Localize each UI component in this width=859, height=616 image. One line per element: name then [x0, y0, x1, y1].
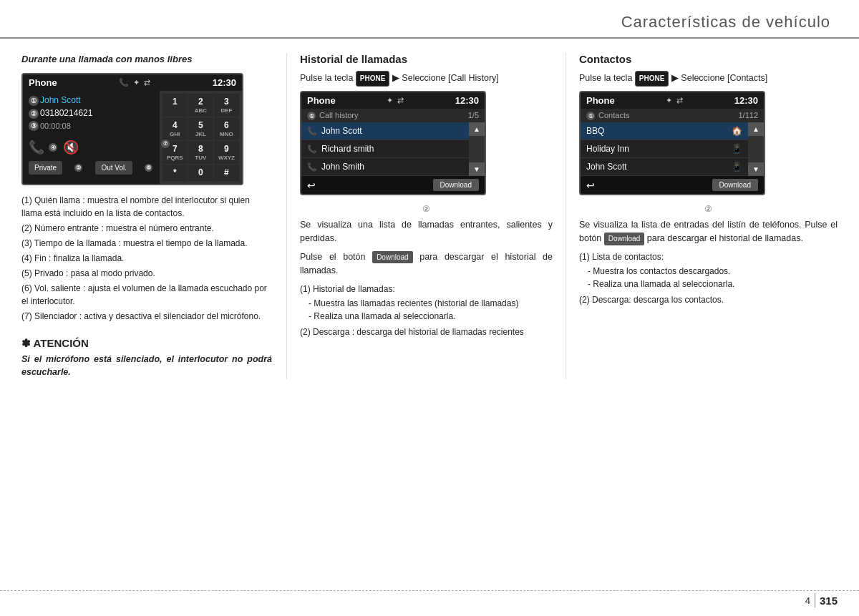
phone-call-icon: 📞 [119, 78, 129, 87]
key-2[interactable]: 2ABC [188, 94, 213, 117]
key-9[interactable]: 9WXYZ [214, 141, 239, 164]
contacts-time: 12:30 [734, 95, 758, 106]
contact-item-3[interactable]: John Scott 📱 [581, 158, 748, 176]
scroll-down-button[interactable]: ▼ [469, 162, 485, 176]
key-hash[interactable]: # [214, 165, 239, 180]
key-1[interactable]: 1 [162, 94, 188, 117]
scroll-up-button[interactable]: ▲ [469, 122, 485, 136]
history-item-2[interactable]: 📞 Richard smith [301, 140, 469, 158]
outvol-button[interactable]: Out Vol. [95, 161, 132, 175]
call-icon-2: 📞 [307, 145, 317, 154]
contact-icon-1: 🏠 [732, 126, 742, 136]
right-list-item1b: - Realiza una llamada al seleccionarla. [588, 278, 838, 290]
call-history-time: 12:30 [455, 95, 479, 106]
contacts-body: BBQ 🏠 Holiday Inn 📱 John Scott 📱 ▲ ▼ [581, 122, 764, 176]
annot-6: ⑥ [145, 164, 152, 172]
transfer-icon-right: ⇄ [676, 96, 683, 105]
dial-annotations: (1) Quién llama : muestra el nombre del … [21, 194, 272, 323]
call-icon-3: 📞 [307, 162, 317, 172]
private-button[interactable]: Private [29, 161, 62, 175]
left-column: Durante una llamada con manos libres Pho… [21, 53, 286, 379]
annot-text-2: Número entrante : muestra el número entr… [34, 223, 214, 233]
key-7[interactable]: ⑦ 7PQRS [162, 141, 188, 164]
key-4[interactable]: 4GHI [162, 117, 188, 140]
dial-phone-body: ① John Scott ② 03180214621 ③ 00:00:08 📞 … [23, 91, 242, 183]
mid-list-item1a: - Muestra las llamadas recientes (histor… [309, 297, 553, 310]
right-intro: Pulse la tecla PHONE ▶ Seleccione [Conta… [579, 71, 838, 87]
right-list-title2: (2) Descarga: descarga los contactos. [579, 293, 838, 306]
mid-section-title: Historial de llamadas [300, 53, 553, 65]
annot-text-4: Fin : finaliza la llamada. [34, 253, 124, 263]
annot-contacts-1: ① [586, 112, 595, 120]
annot-text-5: Privado : pasa al modo privado. [34, 268, 155, 278]
contact-name-3: John Scott [586, 162, 627, 172]
annot-text-6: Vol. saliente : ajusta el volumen de la … [21, 283, 267, 306]
history-scroll: ▲ ▼ [469, 122, 485, 176]
phone-number-display: 03180214621 [40, 108, 92, 118]
contacts-list: BBQ 🏠 Holiday Inn 📱 John Scott 📱 [581, 122, 748, 176]
mid-list-title1: (1) Historial de llamadas: [300, 283, 553, 295]
contacts-label: Phone [586, 95, 615, 106]
right-column: Contactos Pulse la tecla PHONE ▶ Selecci… [566, 53, 838, 379]
annot-desc-1: (1) Quién llama : muestra el nombre del … [21, 194, 272, 220]
download-badge-mid: Download [372, 251, 412, 264]
mid-column: Historial de llamadas Pulse la tecla PHO… [286, 53, 566, 379]
download-button-mid[interactable]: Download [433, 179, 479, 191]
dial-phone-icons: 📞 ✦ ⇄ [119, 78, 150, 87]
chapter-number: 4 [805, 595, 810, 606]
history-item-1[interactable]: 📞 John Scott [301, 122, 469, 140]
left-section-title: Durante una llamada con manos libres [21, 53, 272, 66]
call-history-body: 📞 John Scott 📞 Richard smith 📞 John Smit… [301, 122, 485, 176]
dial-phone-time: 12:30 [213, 77, 236, 88]
page-title: Características de vehículo [29, 13, 830, 31]
contact-icon-3: 📱 [732, 162, 742, 172]
contact-item-1[interactable]: BBQ 🏠 [581, 122, 748, 140]
annot-desc-2: (2) Número entrante : muestra el número … [21, 222, 272, 235]
bottom-divider [0, 590, 859, 591]
caller-name: John Scott [40, 95, 81, 105]
contacts-scroll: ▲ ▼ [748, 122, 764, 176]
bt-icon-mid: ✦ [387, 96, 393, 105]
contacts-scroll-up[interactable]: ▲ [748, 122, 764, 136]
call-history-subheader: ① Call history 1/5 [301, 109, 485, 123]
history-name-2: Richard smith [321, 144, 374, 154]
phone-key-badge-right: PHONE [635, 71, 669, 87]
annot-desc-3: (3) Tiempo de la llamada : muestra el ti… [21, 237, 272, 250]
key-3[interactable]: 3DEF [214, 94, 239, 117]
annot-num-6: (6) [21, 283, 34, 293]
bluetooth-icon: ✦ [133, 78, 140, 87]
dial-phone-info: ① John Scott ② 03180214621 ③ 00:00:08 📞 … [23, 91, 160, 183]
contacts-page: 1/112 [738, 111, 758, 121]
right-list-item1a: - Muestra los contactos descargados. [588, 265, 838, 278]
back-button-right[interactable]: ↩ [586, 180, 595, 191]
key-6[interactable]: 6MNO [214, 117, 239, 140]
key-8[interactable]: 8TUV [188, 141, 213, 164]
history-item-3[interactable]: 📞 John Smith [301, 158, 469, 176]
back-button-mid[interactable]: ↩ [307, 180, 316, 191]
download-button-right[interactable]: Download [712, 179, 758, 191]
history-name-1: John Scott [321, 126, 362, 136]
key-5[interactable]: 5JKL [188, 117, 213, 140]
call-history-subheader-label: ① Call history [307, 111, 358, 121]
mid-list-title2: (2) Descarga : descarga del historial de… [300, 326, 553, 338]
annot-1: ① [29, 96, 39, 106]
history-name-3: John Smith [321, 162, 364, 172]
contact-item-2[interactable]: Holiday Inn 📱 [581, 140, 748, 158]
dial-phone-header: Phone 📞 ✦ ⇄ 12:30 [23, 74, 242, 91]
right-list-title1: (1) Lista de contactos: [579, 250, 838, 263]
main-content: Durante una llamada con manos libres Pho… [0, 39, 859, 386]
annot-hist-1: ① [307, 112, 316, 120]
contacts-scroll-down[interactable]: ▼ [748, 162, 764, 176]
annot-desc-5: (5) Privado : pasa al modo privado. [21, 267, 272, 280]
key-star[interactable]: * [162, 165, 188, 180]
key-0[interactable]: 0 [188, 165, 213, 180]
dial-phone-label: Phone [29, 77, 57, 88]
transfer-icon: ⇄ [144, 78, 150, 87]
page-footer: 4 315 [805, 593, 838, 607]
transfer-icon-mid: ⇄ [397, 96, 404, 105]
contacts-footer: ↩ Download [581, 176, 764, 194]
annot-desc-6: (6) Vol. saliente : ajusta el volumen de… [21, 282, 272, 308]
bt-icon-right: ✦ [666, 96, 672, 105]
call-end-icon: 📞 [29, 140, 44, 155]
right-desc1: Se visualiza la lista de entradas del li… [579, 218, 838, 246]
